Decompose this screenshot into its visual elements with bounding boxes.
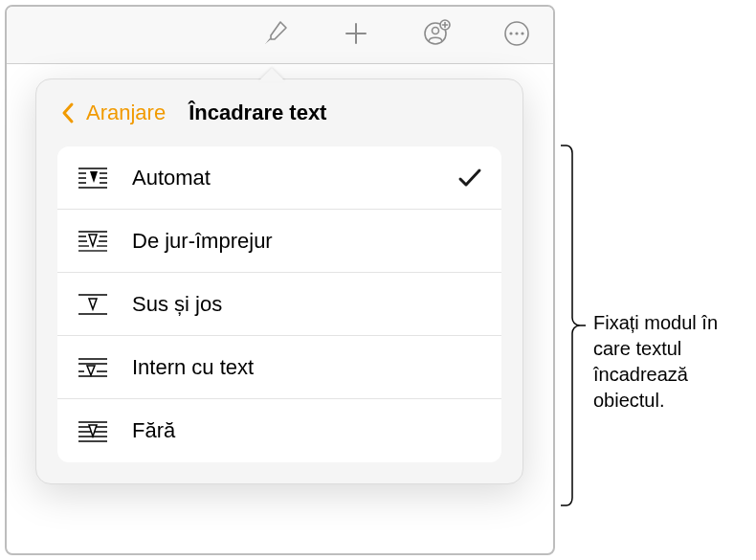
wrap-automatic-icon xyxy=(77,166,109,190)
callout-description: Fixați modul în care textul încadrează o… xyxy=(593,310,751,414)
back-button[interactable]: Aranjare xyxy=(86,101,166,125)
option-label: Fără xyxy=(132,418,482,443)
plus-icon xyxy=(342,19,370,52)
svg-marker-35 xyxy=(87,366,95,375)
popover-header: Aranjare Încadrare text xyxy=(57,101,501,125)
option-label: De jur-împrejur xyxy=(132,229,482,254)
svg-point-9 xyxy=(515,32,518,34)
person-add-icon xyxy=(422,19,451,52)
wrap-option-around[interactable]: De jur-împrejur xyxy=(57,210,501,273)
popover-title: Încadrare text xyxy=(189,101,326,125)
svg-marker-22 xyxy=(89,235,97,246)
paintbrush-icon xyxy=(261,19,290,52)
checkmark-icon xyxy=(457,168,482,189)
svg-marker-30 xyxy=(89,299,97,309)
wrap-inline-icon xyxy=(77,355,109,380)
svg-marker-41 xyxy=(89,425,97,437)
wrap-around-icon xyxy=(77,229,109,254)
svg-point-10 xyxy=(521,32,523,34)
option-label: Sus și jos xyxy=(132,292,482,317)
wrap-option-automat[interactable]: Automat xyxy=(57,146,501,210)
option-label: Automat xyxy=(132,166,457,190)
wrap-option-none[interactable]: Fără xyxy=(57,399,501,462)
wrap-options-list: Automat xyxy=(57,146,501,462)
wrap-option-inline[interactable]: Intern cu text xyxy=(57,336,501,399)
toolbar xyxy=(7,7,553,64)
svg-marker-13 xyxy=(90,171,98,183)
callout-bracket xyxy=(559,144,586,507)
collaborate-button[interactable] xyxy=(419,18,454,53)
wrap-text-popover: Aranjare Încadrare text xyxy=(35,78,523,484)
app-window: Aranjare Încadrare text xyxy=(5,5,555,555)
svg-point-8 xyxy=(509,32,512,34)
wrap-option-above-below[interactable]: Sus și jos xyxy=(57,273,501,336)
wrap-none-icon xyxy=(77,418,109,443)
more-button[interactable] xyxy=(500,18,534,53)
format-button[interactable] xyxy=(258,18,293,53)
chevron-left-icon[interactable] xyxy=(59,101,77,125)
option-label: Intern cu text xyxy=(132,355,482,380)
wrap-above-below-icon xyxy=(77,292,109,317)
svg-point-3 xyxy=(433,27,439,34)
ellipsis-circle-icon xyxy=(502,19,531,52)
insert-button[interactable] xyxy=(339,18,373,53)
